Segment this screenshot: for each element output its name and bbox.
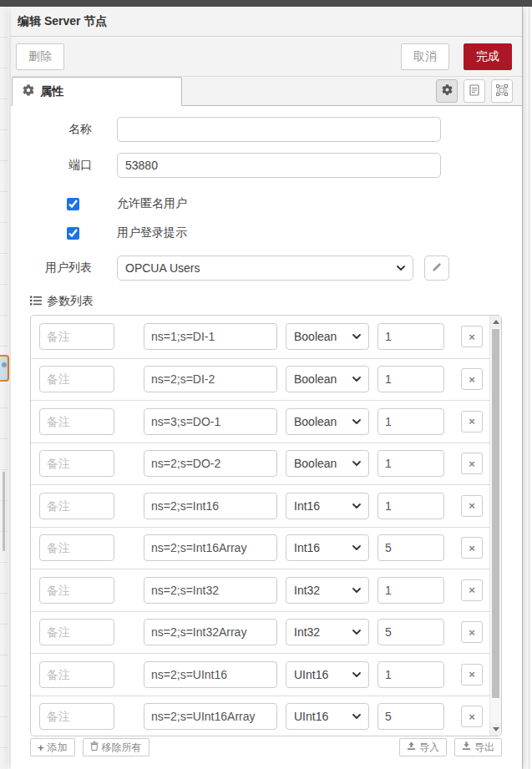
delete-row-button[interactable]: × [461,453,483,474]
chevron-down-icon [352,587,361,593]
tag-input[interactable] [144,493,277,519]
name-input[interactable] [117,117,441,142]
scroll-up-icon[interactable] [490,316,501,328]
type-select-value: Int16 [294,541,320,554]
export-button[interactable]: 导出 [454,738,502,756]
app-header-bar [0,0,532,7]
param-row: Boolean × [31,358,489,401]
note-input[interactable] [39,408,114,435]
count-input[interactable] [377,577,444,604]
done-button[interactable]: 完成 [464,43,512,70]
chevron-down-icon [352,418,361,424]
workspace-grid [0,7,8,769]
tag-input[interactable] [144,703,277,730]
cancel-button[interactable]: 取消 [401,43,449,70]
delete-row-button[interactable]: × [461,326,483,347]
param-list-scrollbar[interactable] [489,316,501,736]
type-select-value: Int32 [294,625,320,639]
appearance-tool-button[interactable] [491,79,513,103]
close-icon: × [469,584,475,595]
add-row-button[interactable]: + 添加 [30,738,75,756]
note-input[interactable] [39,493,114,519]
tag-input[interactable] [144,408,277,435]
workspace-background-right [522,7,532,769]
type-select[interactable]: UInt16 [286,661,369,688]
close-icon: × [469,500,475,511]
tag-input[interactable] [144,577,277,604]
note-input[interactable] [39,534,114,561]
login-prompt-checkbox[interactable] [67,227,79,240]
properties-tool-button[interactable] [436,79,458,103]
note-input[interactable] [39,577,114,604]
import-button[interactable]: 导入 [399,738,447,756]
export-label: 导出 [474,741,494,755]
delete-row-button[interactable]: × [461,368,483,390]
allow-anonymous-label: 允许匿名用户 [117,196,187,211]
remove-all-button[interactable]: 移除所有 [83,738,149,756]
note-input[interactable] [39,619,114,645]
tab-properties[interactable]: 属性 [12,77,182,106]
user-list-select[interactable]: OPCUA Users [117,255,413,281]
edit-user-list-button[interactable] [424,255,449,281]
count-input[interactable] [377,493,444,519]
import-label: 导入 [419,741,439,755]
note-input[interactable] [39,450,114,477]
delete-row-button[interactable]: × [461,706,483,727]
count-input[interactable] [377,661,444,688]
tag-input[interactable] [144,661,277,688]
param-list-footer: + 添加 移除所有 导入 [30,738,502,756]
count-input[interactable] [377,323,444,350]
note-input[interactable] [39,703,114,730]
type-select-value: Boolean [294,457,337,470]
param-row: UInt16 × [31,653,489,696]
port-input[interactable] [117,153,441,178]
type-select-value: Int32 [294,584,320,597]
delete-button[interactable]: 删除 [16,43,64,70]
type-select[interactable]: Int16 [286,534,369,561]
tag-input[interactable] [144,323,277,350]
type-select[interactable]: UInt16 [286,703,369,730]
count-input[interactable] [377,703,444,730]
scrollbar-thumb[interactable] [492,329,499,698]
chevron-down-icon [352,545,361,551]
dialog-toolbar: 删除 取消 完成 [11,37,522,77]
tag-input[interactable] [144,534,277,561]
count-input[interactable] [377,534,444,561]
upload-icon [407,741,416,753]
type-select[interactable]: Boolean [286,408,369,435]
chevron-down-icon [352,334,361,340]
appearance-icon [496,84,508,99]
delete-row-button[interactable]: × [461,495,483,517]
close-icon: × [469,416,475,427]
note-input[interactable] [39,661,114,688]
type-select[interactable]: Int32 [286,577,369,604]
gear-icon [442,84,453,98]
type-select[interactable]: Int32 [286,619,369,645]
description-tool-button[interactable] [464,79,485,103]
count-input[interactable] [377,408,444,435]
type-select[interactable]: Boolean [286,323,369,350]
type-select-value: UInt16 [294,710,328,723]
param-row: Int32 × [31,611,489,654]
delete-row-button[interactable]: × [461,411,483,433]
allow-anonymous-checkbox[interactable] [67,198,79,210]
download-icon [462,741,471,753]
count-input[interactable] [377,450,444,477]
delete-row-button[interactable]: × [461,621,483,643]
delete-row-button[interactable]: × [461,664,483,686]
type-select[interactable]: Int16 [286,493,369,519]
delete-row-button[interactable]: × [461,579,483,601]
note-input[interactable] [39,323,114,350]
count-input[interactable] [377,366,444,392]
note-input[interactable] [39,366,114,392]
tag-input[interactable] [144,619,277,645]
count-input[interactable] [377,619,444,645]
tag-input[interactable] [144,450,277,477]
tag-input[interactable] [144,366,277,392]
scroll-down-icon[interactable] [490,723,501,736]
name-label: 名称 [11,122,117,137]
type-select[interactable]: Boolean [286,450,369,477]
type-select[interactable]: Boolean [286,366,369,392]
delete-row-button[interactable]: × [461,537,483,559]
allow-anonymous-row: 允许匿名用户 [67,197,522,210]
